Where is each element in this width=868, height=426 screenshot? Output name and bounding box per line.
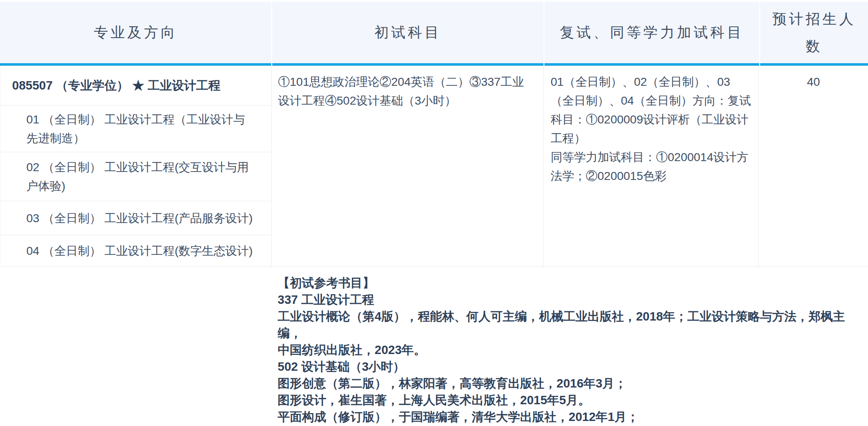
program-title: 085507 （专业学位） ★ 工业设计工程 <box>12 76 220 95</box>
header-initial-exam-label: 初试科目 <box>375 23 442 42</box>
header-initial-exam: 初试科目 <box>272 2 544 66</box>
table-body: 085507 （专业学位） ★ 工业设计工程 01 （全日制） 工业设计工程（工… <box>0 66 868 267</box>
enrollment-count-cell: 40 <box>759 66 868 267</box>
book-subject-337: 337 工业设计工程 <box>278 291 860 308</box>
book-line-502-2: 图形设计，崔生国著，上海人民美术出版社，2015年5月。 <box>278 392 860 408</box>
header-retest-subjects-label: 复试、同等学力加试科目 <box>560 23 744 42</box>
header-major-direction-label: 专业及方向 <box>94 23 178 42</box>
retest-subjects-cell: 01（全日制）、02（全日制）、03 （全日制）、04（全日制）方向：复试 科目… <box>544 66 759 267</box>
program-title-cell: 085507 （专业学位） ★ 工业设计工程 <box>0 66 271 105</box>
major-direction-column: 085507 （专业学位） ★ 工业设计工程 01 （全日制） 工业设计工程（工… <box>0 66 272 267</box>
direction-row-04: 04 （全日制） 工业设计工程(数字生态设计) <box>0 235 271 267</box>
direction-row-01: 01 （全日制） 工业设计工程（工业设计与 先进制造） <box>0 105 271 152</box>
table-header-row: 专业及方向 初试科目 复试、同等学力加试科目 预计招生人数 <box>0 2 868 66</box>
direction-02-label: 02 （全日制） 工业设计工程(交互设计与用 户体验) <box>26 158 249 195</box>
reference-books-section: 【初试参考书目】 337 工业设计工程 工业设计概论（第4版），程能林、何人可主… <box>272 267 868 426</box>
book-subject-502: 502 设计基础（3小时） <box>278 358 860 375</box>
initial-exam-cell: ①101思想政治理论②204英语（二）③337工业 设计工程④502设计基础（3… <box>272 66 544 267</box>
book-line-337-2: 中国纺织出版社，2023年。 <box>278 341 860 358</box>
direction-01-label: 01 （全日制） 工业设计工程（工业设计与 先进制造） <box>26 110 245 148</box>
header-retest-subjects: 复试、同等学力加试科目 <box>544 2 759 66</box>
book-line-337-1: 工业设计概论（第4版），程能林、何人可主编，机械工业出版社，2018年；工业设计… <box>278 308 860 341</box>
book-line-502-1: 图形创意（第二版），林家阳著，高等教育出版社，2016年3月； <box>278 375 860 392</box>
header-planned-enrollment: 预计招生人数 <box>760 2 868 66</box>
header-planned-enrollment-label: 预计招生人数 <box>768 5 860 60</box>
direction-03-label: 03 （全日制） 工业设计工程(产品服务设计) <box>26 209 253 228</box>
header-major-direction: 专业及方向 <box>0 2 271 66</box>
book-section-title: 【初试参考书目】 <box>278 275 860 291</box>
admission-table-page: 专业及方向 初试科目 复试、同等学力加试科目 预计招生人数 085507 （专业… <box>0 0 868 426</box>
direction-04-label: 04 （全日制） 工业设计工程(数字生态设计) <box>26 241 253 260</box>
direction-row-02: 02 （全日制） 工业设计工程(交互设计与用 户体验) <box>0 152 271 201</box>
direction-row-03: 03 （全日制） 工业设计工程(产品服务设计) <box>0 201 271 235</box>
book-line-502-3: 平面构成（修订版），于国瑞编著，清华大学出版社，2012年1月； <box>278 408 860 425</box>
